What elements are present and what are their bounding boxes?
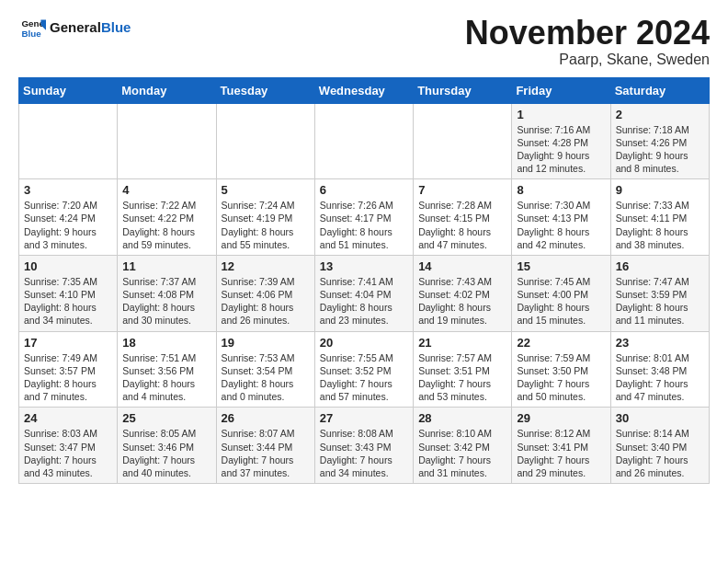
calendar-cell: [118, 103, 216, 179]
day-info: Sunrise: 8:08 AM Sunset: 3:43 PM Dayligh…: [320, 427, 408, 479]
week-row-1: 3Sunrise: 7:20 AM Sunset: 4:24 PM Daylig…: [19, 179, 710, 256]
day-info: Sunrise: 8:14 AM Sunset: 3:40 PM Dayligh…: [616, 427, 704, 479]
day-info: Sunrise: 8:07 AM Sunset: 3:44 PM Dayligh…: [222, 427, 310, 479]
calendar-cell: [314, 103, 413, 179]
calendar-cell: 18Sunrise: 7:51 AM Sunset: 3:56 PM Dayli…: [118, 331, 216, 408]
day-number: 16: [616, 259, 704, 273]
day-info: Sunrise: 7:59 AM Sunset: 3:50 PM Dayligh…: [517, 351, 605, 404]
calendar-cell: 22Sunrise: 7:59 AM Sunset: 3:50 PM Dayli…: [512, 331, 610, 408]
day-number: 18: [122, 336, 210, 350]
week-row-4: 24Sunrise: 8:03 AM Sunset: 3:47 PM Dayli…: [19, 408, 710, 484]
day-number: 6: [320, 183, 408, 197]
title-area: November 2024 Paarp, Skane, Sweden: [465, 15, 710, 68]
day-info: Sunrise: 7:18 AM Sunset: 4:26 PM Dayligh…: [616, 123, 704, 176]
day-info: Sunrise: 7:43 AM Sunset: 4:02 PM Dayligh…: [418, 275, 506, 327]
logo-icon: General Blue: [20, 15, 46, 40]
day-info: Sunrise: 7:28 AM Sunset: 4:15 PM Dayligh…: [418, 199, 506, 251]
calendar-cell: 3Sunrise: 7:20 AM Sunset: 4:24 PM Daylig…: [19, 179, 118, 256]
calendar-cell: 2Sunrise: 7:18 AM Sunset: 4:26 PM Daylig…: [610, 103, 709, 179]
day-info: Sunrise: 8:03 AM Sunset: 3:47 PM Dayligh…: [24, 427, 112, 479]
day-number: 30: [616, 411, 704, 425]
calendar-cell: 19Sunrise: 7:53 AM Sunset: 3:54 PM Dayli…: [216, 331, 314, 408]
calendar-cell: 16Sunrise: 7:47 AM Sunset: 3:59 PM Dayli…: [610, 255, 709, 331]
calendar-cell: 15Sunrise: 7:45 AM Sunset: 4:00 PM Dayli…: [512, 255, 610, 331]
calendar-cell: 1Sunrise: 7:16 AM Sunset: 4:28 PM Daylig…: [512, 103, 610, 179]
calendar-cell: [216, 103, 314, 179]
day-number: 8: [517, 183, 605, 197]
week-row-3: 17Sunrise: 7:49 AM Sunset: 3:57 PM Dayli…: [19, 331, 710, 408]
day-number: 23: [616, 336, 704, 350]
logo-blue: Blue: [101, 19, 131, 35]
calendar-cell: 27Sunrise: 8:08 AM Sunset: 3:43 PM Dayli…: [314, 408, 413, 484]
day-number: 25: [122, 411, 210, 425]
day-info: Sunrise: 7:41 AM Sunset: 4:04 PM Dayligh…: [320, 275, 408, 327]
calendar-header-row: Sunday Monday Tuesday Wednesday Thursday…: [19, 77, 710, 103]
calendar-cell: 28Sunrise: 8:10 AM Sunset: 3:42 PM Dayli…: [414, 408, 512, 484]
day-info: Sunrise: 7:47 AM Sunset: 3:59 PM Dayligh…: [616, 275, 704, 327]
day-number: 20: [320, 336, 408, 350]
calendar-cell: 7Sunrise: 7:28 AM Sunset: 4:15 PM Daylig…: [414, 179, 512, 256]
day-number: 14: [418, 259, 506, 273]
calendar-cell: 26Sunrise: 8:07 AM Sunset: 3:44 PM Dayli…: [216, 408, 314, 484]
calendar-cell: 5Sunrise: 7:24 AM Sunset: 4:19 PM Daylig…: [216, 179, 314, 256]
day-number: 4: [122, 183, 210, 197]
col-monday: Monday: [118, 77, 216, 103]
day-info: Sunrise: 8:12 AM Sunset: 3:41 PM Dayligh…: [517, 427, 605, 479]
calendar-cell: [414, 103, 512, 179]
day-info: Sunrise: 7:53 AM Sunset: 3:54 PM Dayligh…: [222, 351, 310, 404]
calendar-cell: 25Sunrise: 8:05 AM Sunset: 3:46 PM Dayli…: [118, 408, 216, 484]
day-number: 28: [418, 411, 506, 425]
day-number: 21: [418, 336, 506, 350]
calendar-cell: 11Sunrise: 7:37 AM Sunset: 4:08 PM Dayli…: [118, 255, 216, 331]
day-info: Sunrise: 7:33 AM Sunset: 4:11 PM Dayligh…: [616, 199, 704, 251]
calendar-cell: 21Sunrise: 7:57 AM Sunset: 3:51 PM Dayli…: [414, 331, 512, 408]
day-number: 9: [616, 183, 704, 197]
calendar-cell: 9Sunrise: 7:33 AM Sunset: 4:11 PM Daylig…: [610, 179, 709, 256]
day-info: Sunrise: 7:22 AM Sunset: 4:22 PM Dayligh…: [122, 199, 210, 251]
calendar-cell: [19, 103, 118, 179]
day-number: 5: [222, 183, 310, 197]
calendar-cell: 24Sunrise: 8:03 AM Sunset: 3:47 PM Dayli…: [19, 408, 118, 484]
week-row-0: 1Sunrise: 7:16 AM Sunset: 4:28 PM Daylig…: [19, 103, 710, 179]
calendar-cell: 8Sunrise: 7:30 AM Sunset: 4:13 PM Daylig…: [512, 179, 610, 256]
svg-marker-2: [40, 20, 46, 30]
day-info: Sunrise: 8:10 AM Sunset: 3:42 PM Dayligh…: [418, 427, 506, 479]
day-number: 10: [24, 259, 112, 273]
calendar-cell: 12Sunrise: 7:39 AM Sunset: 4:06 PM Dayli…: [216, 255, 314, 331]
day-info: Sunrise: 7:30 AM Sunset: 4:13 PM Dayligh…: [517, 199, 605, 251]
col-friday: Friday: [512, 77, 610, 103]
col-wednesday: Wednesday: [314, 77, 413, 103]
day-info: Sunrise: 7:16 AM Sunset: 4:28 PM Dayligh…: [517, 123, 605, 176]
day-info: Sunrise: 8:05 AM Sunset: 3:46 PM Dayligh…: [122, 427, 210, 479]
calendar-cell: 29Sunrise: 8:12 AM Sunset: 3:41 PM Dayli…: [512, 408, 610, 484]
col-saturday: Saturday: [610, 77, 709, 103]
day-info: Sunrise: 7:26 AM Sunset: 4:17 PM Dayligh…: [320, 199, 408, 251]
day-info: Sunrise: 7:37 AM Sunset: 4:08 PM Dayligh…: [122, 275, 210, 327]
day-info: Sunrise: 7:24 AM Sunset: 4:19 PM Dayligh…: [222, 199, 310, 251]
day-number: 2: [616, 108, 704, 121]
calendar-cell: 6Sunrise: 7:26 AM Sunset: 4:17 PM Daylig…: [314, 179, 413, 256]
day-number: 3: [24, 183, 112, 197]
logo-area: General Blue GeneralBlue: [18, 15, 131, 40]
calendar-cell: 14Sunrise: 7:43 AM Sunset: 4:02 PM Dayli…: [414, 255, 512, 331]
day-info: Sunrise: 7:39 AM Sunset: 4:06 PM Dayligh…: [222, 275, 310, 327]
day-number: 22: [517, 336, 605, 350]
page: General Blue GeneralBlue November 2024 P…: [0, 0, 728, 493]
day-info: Sunrise: 7:57 AM Sunset: 3:51 PM Dayligh…: [418, 351, 506, 404]
col-thursday: Thursday: [414, 77, 512, 103]
calendar-cell: 23Sunrise: 8:01 AM Sunset: 3:48 PM Dayli…: [610, 331, 709, 408]
calendar-table: Sunday Monday Tuesday Wednesday Thursday…: [18, 77, 710, 484]
day-number: 7: [418, 183, 506, 197]
logo-general: General: [50, 19, 101, 35]
day-info: Sunrise: 7:55 AM Sunset: 3:52 PM Dayligh…: [320, 351, 408, 404]
day-info: Sunrise: 8:01 AM Sunset: 3:48 PM Dayligh…: [616, 351, 704, 404]
calendar-cell: 17Sunrise: 7:49 AM Sunset: 3:57 PM Dayli…: [19, 331, 118, 408]
day-info: Sunrise: 7:20 AM Sunset: 4:24 PM Dayligh…: [24, 199, 112, 251]
calendar-cell: 13Sunrise: 7:41 AM Sunset: 4:04 PM Dayli…: [314, 255, 413, 331]
day-number: 27: [320, 411, 408, 425]
page-title: November 2024: [465, 15, 710, 52]
day-number: 13: [320, 259, 408, 273]
calendar-cell: 30Sunrise: 8:14 AM Sunset: 3:40 PM Dayli…: [610, 408, 709, 484]
day-info: Sunrise: 7:49 AM Sunset: 3:57 PM Dayligh…: [24, 351, 112, 404]
day-number: 26: [222, 411, 310, 425]
